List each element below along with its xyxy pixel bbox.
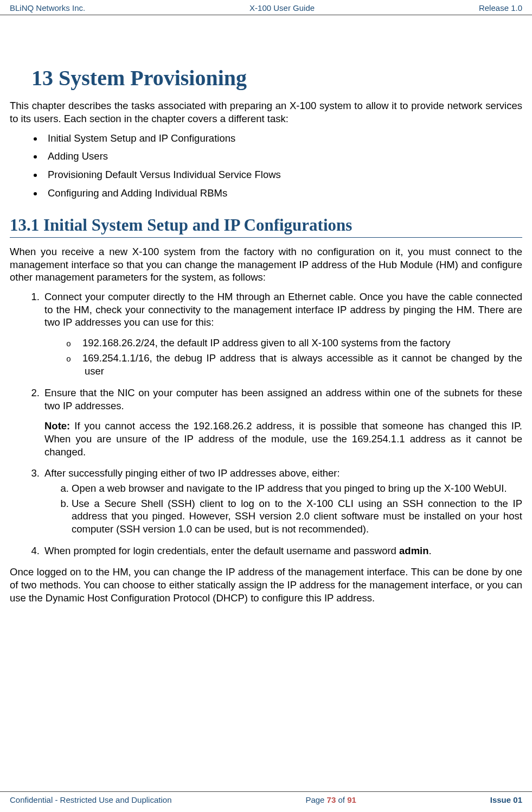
- header-release: Release 1.0: [479, 3, 522, 12]
- section-title: 13.1 Initial System Setup and IP Configu…: [10, 214, 522, 238]
- footer-confidential: Confidential - Restricted Use and Duplic…: [10, 795, 171, 804]
- list-item: Initial System Setup and IP Configuratio…: [43, 132, 522, 145]
- page-total: 91: [347, 795, 356, 804]
- list-item: o169.254.1.1/16, the debug IP address th…: [66, 352, 522, 378]
- step-3: After successfully pinging either of two…: [42, 467, 522, 535]
- section-intro: When you receive a new X-100 system from…: [10, 245, 522, 284]
- footer-issue: Issue 01: [490, 795, 522, 804]
- header-company: BLiNQ Networks Inc.: [10, 3, 85, 12]
- sub-text: 192.168.26.2/24, the default IP address …: [82, 337, 450, 348]
- section-outro: Once logged on to the HM, you can change…: [10, 566, 522, 604]
- page-header: BLiNQ Networks Inc. X-100 User Guide Rel…: [0, 0, 532, 15]
- sub-text: 169.254.1.1/16, the debug IP address tha…: [82, 352, 522, 377]
- list-item: Provisioning Default Versus Individual S…: [43, 168, 522, 181]
- step3-options: Open a web browser and navigate to the I…: [56, 482, 522, 536]
- note-text: If you cannot access the 192.168.26.2 ad…: [44, 420, 522, 457]
- page-label-pre: Page: [305, 795, 326, 804]
- header-doc-title: X-100 User Guide: [249, 3, 315, 12]
- circle-marker-icon: o: [66, 339, 82, 350]
- list-item: o192.168.26.2/24, the default IP address…: [66, 337, 522, 350]
- admin-credential: admin: [399, 545, 428, 556]
- step-text: After successfully pinging either of two…: [44, 467, 340, 479]
- step-4: When prompted for login credentials, ent…: [42, 544, 522, 557]
- list-item: Adding Users: [43, 150, 522, 163]
- list-item: Use a Secure Shell (SSH) client to log o…: [72, 497, 522, 536]
- note-paragraph: Note: If you cannot access the 192.168.2…: [44, 420, 522, 458]
- list-item: Configuring and Adding Individual RBMs: [43, 187, 522, 200]
- note-label: Note:: [44, 420, 70, 432]
- step-2: Ensure that the NIC on your computer has…: [42, 386, 522, 458]
- page-content: 13 System Provisioning This chapter desc…: [0, 15, 532, 604]
- step-1: Connect your computer directly to the HM…: [42, 290, 522, 378]
- chapter-bullet-list: Initial System Setup and IP Configuratio…: [29, 132, 522, 200]
- page-current: 73: [327, 795, 336, 804]
- numbered-steps: Connect your computer directly to the HM…: [27, 290, 522, 557]
- step-text: Ensure that the NIC on your computer has…: [44, 387, 522, 411]
- step-text: Connect your computer directly to the HM…: [44, 291, 522, 328]
- step-text-pre: When prompted for login credentials, ent…: [44, 545, 399, 556]
- footer-page-number: Page 73 of 91: [305, 795, 356, 804]
- circle-marker-icon: o: [66, 354, 82, 365]
- page-footer: Confidential - Restricted Use and Duplic…: [0, 791, 532, 804]
- list-item: Open a web browser and navigate to the I…: [72, 482, 522, 495]
- page-label-mid: of: [336, 795, 347, 804]
- chapter-title: 13 System Provisioning: [31, 64, 522, 92]
- chapter-intro: This chapter describes the tasks associa…: [10, 99, 522, 125]
- step-text-post: .: [429, 545, 432, 556]
- ip-sublist: o192.168.26.2/24, the default IP address…: [66, 337, 522, 378]
